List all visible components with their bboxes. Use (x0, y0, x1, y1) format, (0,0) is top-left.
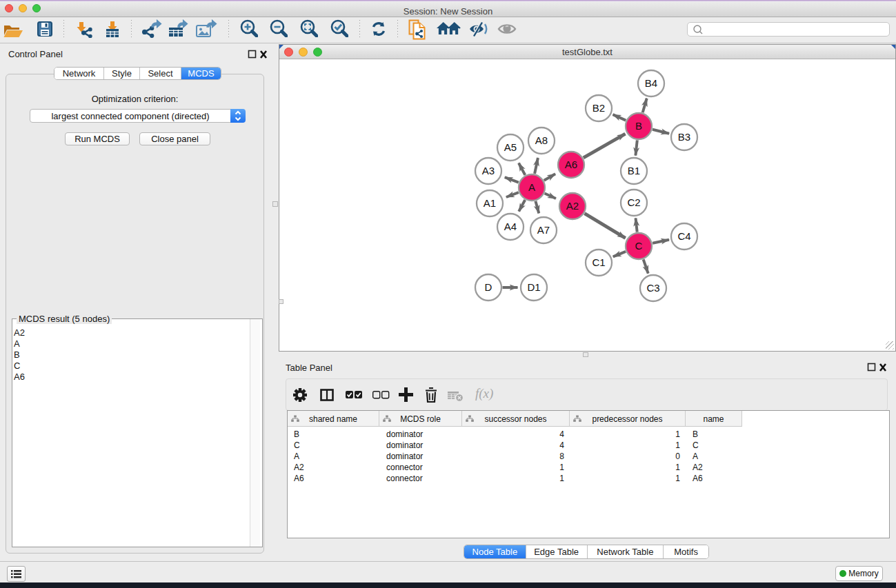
svg-text:B3: B3 (678, 131, 690, 143)
svg-text:A7: A7 (537, 224, 550, 236)
svg-text:B1: B1 (628, 165, 640, 176)
svg-text:A8: A8 (535, 134, 548, 146)
svg-text:A2: A2 (566, 200, 579, 212)
svg-text:C4: C4 (677, 230, 690, 242)
svg-text:A3: A3 (482, 165, 495, 176)
svg-text:A4: A4 (504, 221, 517, 232)
svg-text:D: D (485, 281, 492, 293)
svg-text:A6: A6 (565, 159, 577, 170)
svg-text:B2: B2 (593, 102, 605, 114)
svg-text:A5: A5 (504, 141, 517, 153)
svg-text:C1: C1 (592, 256, 605, 268)
svg-text:C3: C3 (646, 282, 659, 294)
svg-text:A1: A1 (484, 197, 496, 209)
svg-text:B: B (635, 120, 642, 132)
svg-text:D1: D1 (527, 281, 540, 293)
svg-text:A: A (528, 181, 535, 193)
svg-text:B4: B4 (645, 77, 657, 89)
svg-text:C: C (635, 240, 643, 252)
svg-text:C2: C2 (627, 196, 640, 208)
